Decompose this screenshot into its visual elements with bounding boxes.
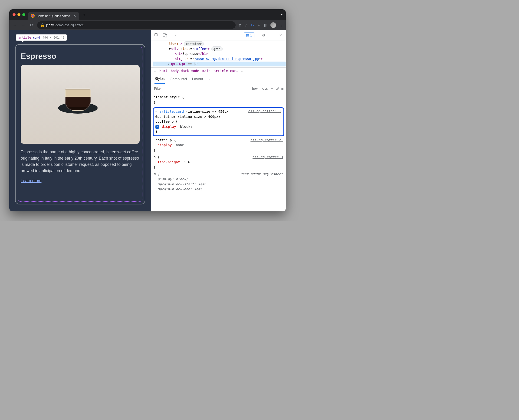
- element-inspect-tooltip: article.card 494 × 601.43: [16, 34, 67, 41]
- add-property-button[interactable]: ＋: [277, 129, 281, 135]
- cq-selector-link[interactable]: article.card: [159, 110, 184, 113]
- source-link[interactable]: css-cq-coffee:21: [250, 138, 283, 143]
- forward-button[interactable]: →: [20, 23, 26, 28]
- styles-tabs: Styles Computed Layout »: [151, 74, 286, 84]
- tabs-overflow-button[interactable]: ▾: [281, 13, 283, 16]
- url-path: /demo/css-cq-coffee: [55, 23, 84, 27]
- styles-filter-bar: :hov .cls ＋ 🖌 ◨: [151, 84, 286, 93]
- bookmark-star-icon[interactable]: ☆: [245, 23, 248, 27]
- tab-title: Container Queries coffee: [37, 14, 70, 18]
- page-viewport: article.card 494 × 601.43 Espresso Espre…: [9, 30, 151, 211]
- elements-tree[interactable]: 50px;">container ▼<div class="coffee">gr…: [151, 40, 286, 68]
- style-rule[interactable]: p {css-cq-coffee:3 line-height: 1.6; }: [151, 154, 286, 171]
- tab-styles[interactable]: Styles: [155, 74, 165, 84]
- grid-badge[interactable]: grid: [211, 46, 222, 51]
- devtools-panel: » ▤ 1 ⚙ ⋮ ✕ 50px;">container ▼<div class…: [151, 30, 286, 211]
- style-rules: element.style { } → article.card (inline…: [151, 93, 286, 195]
- tooltip-dimensions: 494 × 601.43: [43, 36, 64, 39]
- styles-tabs-overflow[interactable]: »: [208, 77, 210, 81]
- minimize-window-button[interactable]: [17, 13, 20, 16]
- back-button[interactable]: ←: [12, 23, 18, 28]
- new-tab-button[interactable]: ＋: [82, 12, 86, 18]
- close-devtools-button[interactable]: ✕: [278, 33, 283, 38]
- styles-filter-input[interactable]: [151, 86, 250, 90]
- url-domain: jec.fyi: [46, 23, 55, 27]
- coffee-image: [21, 65, 140, 144]
- toolbar: ← → ⟳ 🔒 jec.fyi/demo/css-cq-coffee ⇪ ☆ ✂…: [9, 20, 286, 30]
- source-link[interactable]: css-cq-coffee:30: [248, 109, 281, 114]
- window-controls: [13, 13, 25, 16]
- messages-count: 1: [250, 33, 252, 37]
- tab-layout[interactable]: Layout: [192, 75, 203, 84]
- profile-avatar[interactable]: [271, 22, 276, 28]
- close-window-button[interactable]: [13, 13, 15, 16]
- card-heading: Espresso: [21, 52, 140, 61]
- address-bar[interactable]: 🔒 jec.fyi/demo/css-cq-coffee: [37, 21, 236, 29]
- inspect-element-icon[interactable]: [154, 33, 159, 38]
- tooltip-tag: article: [18, 36, 31, 39]
- style-rule[interactable]: .coffee p {css-cq-coffee:21 display: non…: [151, 137, 286, 154]
- browser-tab[interactable]: Container Queries coffee ✕: [28, 12, 79, 20]
- computed-sidebar-icon[interactable]: ◨: [282, 87, 283, 90]
- svg-rect-2: [165, 34, 167, 37]
- brush-icon[interactable]: 🖌: [276, 87, 279, 90]
- cls-toggle[interactable]: .cls: [260, 87, 268, 90]
- new-rule-button[interactable]: ＋: [271, 86, 274, 90]
- menu-kebab-icon[interactable]: ⋮: [279, 23, 283, 27]
- property-checkbox[interactable]: ✓: [155, 125, 159, 129]
- tab-computed[interactable]: Computed: [170, 75, 187, 84]
- device-toolbar-icon[interactable]: [162, 33, 167, 38]
- article-card[interactable]: Espresso Espresso is the name of a highl…: [15, 44, 145, 204]
- extensions-puzzle-icon[interactable]: ✦: [257, 23, 260, 27]
- browser-window: Container Queries coffee ✕ ＋ ▾ ← → ⟳ 🔒 j…: [9, 9, 286, 211]
- learn-more-link[interactable]: Learn more: [21, 178, 42, 183]
- ua-source: user agent stylesheet: [241, 172, 283, 177]
- favicon-icon: [31, 14, 35, 18]
- container-badge[interactable]: container: [184, 41, 204, 46]
- ua-style-rule[interactable]: p {user agent stylesheet display: block;…: [151, 171, 286, 193]
- share-icon[interactable]: ⇪: [238, 23, 241, 27]
- element-style-rule[interactable]: element.style { }: [151, 94, 286, 106]
- devtools-toolbar: » ▤ 1 ⚙ ⋮ ✕: [151, 30, 286, 40]
- scissors-icon[interactable]: ✂︎: [251, 23, 254, 27]
- content-area: article.card 494 × 601.43 Espresso Espre…: [9, 30, 286, 211]
- console-messages-badge[interactable]: ▤ 1: [244, 32, 254, 38]
- fullscreen-window-button[interactable]: [22, 13, 25, 16]
- side-panel-icon[interactable]: ◧: [264, 23, 267, 27]
- element-breadcrumb[interactable]: … html body.dark-mode main article.car… …: [151, 68, 286, 74]
- card-body-text: Espresso is the name of a highly concent…: [21, 149, 140, 174]
- source-link[interactable]: css-cq-coffee:3: [253, 155, 283, 160]
- breadcrumb-item[interactable]: html: [159, 69, 167, 73]
- toolbar-actions: ⇪ ☆ ✂︎ ✦ ◧ ⋮: [238, 22, 283, 28]
- breadcrumb-item[interactable]: article.car…: [214, 69, 238, 73]
- breadcrumb-item[interactable]: main: [202, 69, 211, 73]
- reload-button[interactable]: ⟳: [29, 22, 34, 28]
- devtools-kebab-menu[interactable]: ⋮: [270, 33, 275, 38]
- panel-tabs-overflow[interactable]: »: [174, 33, 176, 37]
- lock-icon: 🔒: [40, 23, 44, 27]
- chat-bubble-icon: ▤: [246, 33, 249, 37]
- close-tab-button[interactable]: ✕: [73, 14, 76, 18]
- tab-strip: Container Queries coffee ✕ ＋ ▾: [9, 9, 286, 20]
- tooltip-class: .card: [31, 36, 40, 39]
- breadcrumb-item[interactable]: body.dark-mode: [171, 69, 199, 73]
- settings-gear-icon[interactable]: ⚙: [261, 33, 266, 38]
- container-query-rule[interactable]: → article.card (inline-size ↔) 450px @co…: [153, 107, 284, 136]
- hov-toggle[interactable]: :hov: [250, 87, 258, 90]
- img-src-link[interactable]: /assets/img/demo/cof-espresso.jpg: [194, 57, 259, 61]
